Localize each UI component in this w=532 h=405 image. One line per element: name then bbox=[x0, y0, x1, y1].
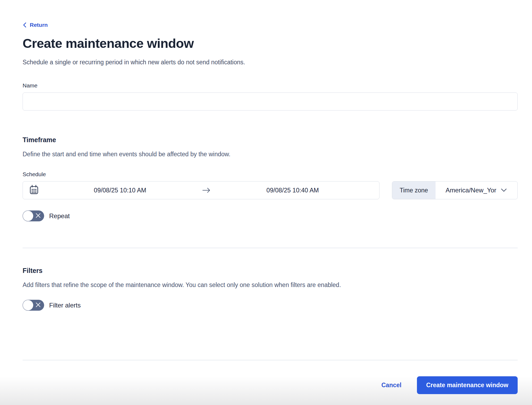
return-label: Return bbox=[30, 22, 48, 28]
timezone-addon-label: Time zone bbox=[392, 182, 436, 199]
filter-alerts-toggle-row: Filter alerts bbox=[23, 300, 518, 311]
repeat-toggle-row: Repeat bbox=[23, 210, 518, 221]
cancel-button[interactable]: Cancel bbox=[381, 382, 401, 389]
calendar-icon[interactable] bbox=[29, 184, 39, 197]
chevron-down-icon bbox=[500, 187, 507, 194]
timezone-selected-value: America/New_Yor bbox=[446, 187, 496, 194]
create-maintenance-window-page: Return Create maintenance window Schedul… bbox=[0, 0, 532, 394]
timezone-group: Time zone America/New_Yor bbox=[392, 181, 518, 199]
page-title: Create maintenance window bbox=[23, 36, 518, 51]
section-divider bbox=[23, 248, 518, 248]
arrow-right-icon bbox=[201, 187, 212, 193]
footer-divider bbox=[23, 360, 518, 360]
create-maintenance-window-button[interactable]: Create maintenance window bbox=[417, 376, 518, 394]
x-icon bbox=[35, 213, 41, 219]
timeframe-heading: Timeframe bbox=[23, 136, 518, 144]
repeat-toggle[interactable] bbox=[23, 210, 44, 221]
toggle-knob bbox=[23, 211, 33, 221]
date-range-picker[interactable]: 09/08/25 10:10 AM 09/08/25 10:40 AM bbox=[23, 181, 379, 199]
filter-alerts-toggle[interactable] bbox=[23, 300, 44, 311]
filter-alerts-toggle-label: Filter alerts bbox=[49, 302, 81, 309]
return-link[interactable]: Return bbox=[23, 22, 48, 28]
name-label: Name bbox=[23, 82, 518, 89]
name-input[interactable] bbox=[23, 92, 518, 111]
chevron-left-icon bbox=[23, 22, 27, 28]
timezone-select[interactable]: America/New_Yor bbox=[436, 182, 517, 199]
footer-actions: Cancel Create maintenance window bbox=[23, 376, 518, 394]
end-datetime-field[interactable]: 09/08/25 10:40 AM bbox=[212, 187, 374, 194]
schedule-label: Schedule bbox=[23, 171, 518, 178]
toggle-knob bbox=[23, 300, 33, 310]
filters-description: Add filters that refine the scope of the… bbox=[23, 281, 518, 289]
filters-heading: Filters bbox=[23, 267, 518, 275]
timeframe-description: Define the start and end time when event… bbox=[23, 151, 518, 158]
repeat-toggle-label: Repeat bbox=[49, 212, 70, 220]
start-datetime-field[interactable]: 09/08/25 10:10 AM bbox=[39, 187, 201, 194]
x-icon bbox=[35, 302, 41, 309]
page-subtitle: Schedule a single or recurring period in… bbox=[23, 59, 518, 66]
schedule-row: 09/08/25 10:10 AM 09/08/25 10:40 AM Time… bbox=[23, 181, 518, 199]
